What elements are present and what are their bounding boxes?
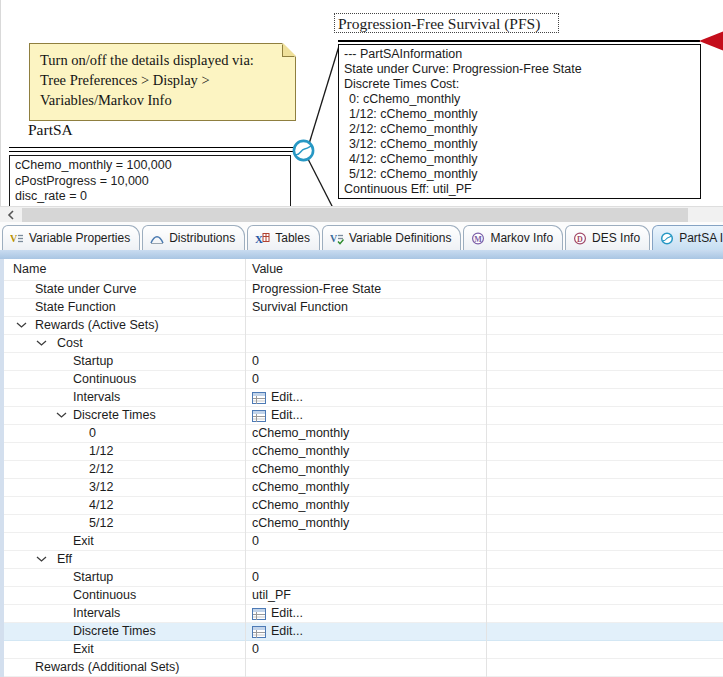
tab-label: Variable Properties xyxy=(29,231,130,245)
row-name: Startup xyxy=(73,353,113,370)
row-name: Rewards (Additional Sets) xyxy=(35,659,180,676)
info-line: 5/12: cChemo_monthly xyxy=(344,167,700,182)
tables-icon: X xyxy=(255,232,270,245)
edit-label: Edit... xyxy=(271,623,303,640)
table-row[interactable]: Exit0 xyxy=(4,641,723,659)
row-value: Survival Function xyxy=(252,299,348,316)
table-row[interactable]: 2/12cChemo_monthly xyxy=(4,461,723,479)
table-row[interactable]: Eff xyxy=(4,551,723,569)
tab-distributions[interactable]: Distributions xyxy=(142,225,245,250)
horizontal-scrollbar[interactable] xyxy=(0,206,723,222)
table-row[interactable]: 3/12cChemo_monthly xyxy=(4,479,723,497)
row-name: 3/12 xyxy=(89,479,113,496)
partsa-node-icon[interactable] xyxy=(291,138,316,163)
edit-button[interactable]: Edit... xyxy=(252,623,303,640)
chevron-down-icon[interactable] xyxy=(36,340,47,346)
table-row[interactable]: Continuousutil_PF xyxy=(4,587,723,605)
row-value: Edit... xyxy=(252,389,303,406)
table-row[interactable]: Continuous0 xyxy=(4,371,723,389)
tab-des-info[interactable]: DDES Info xyxy=(565,225,650,250)
table-row[interactable]: Startup0 xyxy=(4,353,723,371)
table-row[interactable]: 1/12cChemo_monthly xyxy=(4,443,723,461)
info-line: 2/12: cChemo_monthly xyxy=(344,122,700,137)
info-line: 3/12: cChemo_monthly xyxy=(344,137,700,152)
chevron-down-icon[interactable] xyxy=(56,412,67,418)
row-name: State Function xyxy=(35,299,116,316)
tab-label: Markov Info xyxy=(490,231,553,245)
edit-table-icon xyxy=(252,392,266,404)
tab-markov-info[interactable]: MMarkov Info xyxy=(463,225,563,250)
tab-partsa-info[interactable]: PartSA Info xyxy=(652,225,723,250)
row-value: cChemo_monthly xyxy=(252,461,349,478)
chevron-down-icon[interactable] xyxy=(16,322,27,328)
row-value: 0 xyxy=(252,371,259,388)
table-row[interactable]: State under CurveProgression-Free State xyxy=(4,281,723,299)
table-row[interactable]: State FunctionSurvival Function xyxy=(4,299,723,317)
markov-info-icon: M xyxy=(471,232,485,245)
table-row[interactable]: Discrete TimesEdit... xyxy=(4,623,723,641)
edit-table-icon xyxy=(252,410,266,422)
row-value: cChemo_monthly xyxy=(252,479,349,496)
table-row[interactable]: Startup0 xyxy=(4,569,723,587)
row-value: cChemo_monthly xyxy=(252,425,349,442)
tab-variable-properties[interactable]: VVariable Properties xyxy=(2,225,140,250)
pfs-branch-line xyxy=(338,40,700,42)
table-row[interactable]: 0cChemo_monthly xyxy=(4,425,723,443)
chevron-down-icon[interactable] xyxy=(36,556,47,562)
row-value: util_PF xyxy=(252,587,291,604)
row-value: Edit... xyxy=(252,407,303,424)
edit-button[interactable]: Edit... xyxy=(252,389,303,406)
row-name: Intervals xyxy=(73,389,120,406)
row-name: 5/12 xyxy=(89,515,113,532)
row-name: Discrete Times xyxy=(73,623,156,640)
table-row[interactable]: Rewards (Active Sets) xyxy=(4,317,723,335)
tab-bar-accent-band xyxy=(0,250,723,259)
variable-line: cChemo_monthly = 100,000 xyxy=(15,158,290,174)
root-branch-label: PartSA xyxy=(28,121,73,139)
edit-button[interactable]: Edit... xyxy=(252,407,303,424)
table-row[interactable]: Discrete TimesEdit... xyxy=(4,407,723,425)
edit-button[interactable]: Edit... xyxy=(252,605,303,622)
row-name: Continuous xyxy=(73,371,136,388)
row-value: 0 xyxy=(252,533,259,550)
table-row[interactable]: 4/12cChemo_monthly xyxy=(4,497,723,515)
partsa-properties-table: Name Value State under CurveProgression-… xyxy=(0,259,723,677)
scrollbar-thumb[interactable] xyxy=(22,208,688,222)
note-line: Variables/Markov Info xyxy=(40,90,295,110)
variable-line: disc_rate = 0 xyxy=(15,189,290,205)
info-line: 1/12: cChemo_monthly xyxy=(344,107,700,122)
row-value: cChemo_monthly xyxy=(252,497,349,514)
row-value: Edit... xyxy=(252,623,303,640)
treeage-window: Turn on/off the details displayed via: T… xyxy=(0,0,723,677)
info-line: 4/12: cChemo_monthly xyxy=(344,152,700,167)
row-name: Continuous xyxy=(73,587,136,604)
info-line: 0: cChemo_monthly xyxy=(344,92,700,107)
table-body: State under CurveProgression-Free StateS… xyxy=(4,281,723,677)
svg-text:D: D xyxy=(577,234,583,243)
tab-tables[interactable]: XTables xyxy=(247,225,320,250)
terminal-node-icon[interactable] xyxy=(699,31,723,51)
tab-variable-definitions[interactable]: VVariable Definitions xyxy=(322,225,462,250)
variables-box: cChemo_monthly = 100,000cPostProgress = … xyxy=(9,155,291,206)
table-row[interactable]: Exit0 xyxy=(4,533,723,551)
branch-title-pfs[interactable]: Progression-Free Survival (PFS) xyxy=(334,13,559,33)
edit-table-icon xyxy=(252,608,266,620)
svg-text:V: V xyxy=(10,233,18,244)
table-row[interactable]: Rewards (Additional Sets) xyxy=(4,659,723,677)
partsa-info-box: --- PartSAInformationState under Curve: … xyxy=(338,44,701,199)
row-name: Discrete Times xyxy=(73,407,156,424)
row-name: 1/12 xyxy=(89,443,113,460)
row-name: Intervals xyxy=(73,605,120,622)
column-header-name: Name xyxy=(13,259,46,280)
table-row[interactable]: IntervalsEdit... xyxy=(4,389,723,407)
table-row[interactable]: 5/12cChemo_monthly xyxy=(4,515,723,533)
variable-properties-icon: V xyxy=(10,232,24,245)
table-row[interactable]: IntervalsEdit... xyxy=(4,605,723,623)
edit-table-icon xyxy=(252,626,266,638)
branch-line xyxy=(9,147,295,152)
tab-label: Distributions xyxy=(169,231,235,245)
row-value: Progression-Free State xyxy=(252,281,381,298)
table-row[interactable]: Cost xyxy=(4,335,723,353)
row-value: cChemo_monthly xyxy=(252,443,349,460)
scroll-left-button[interactable] xyxy=(0,207,22,222)
